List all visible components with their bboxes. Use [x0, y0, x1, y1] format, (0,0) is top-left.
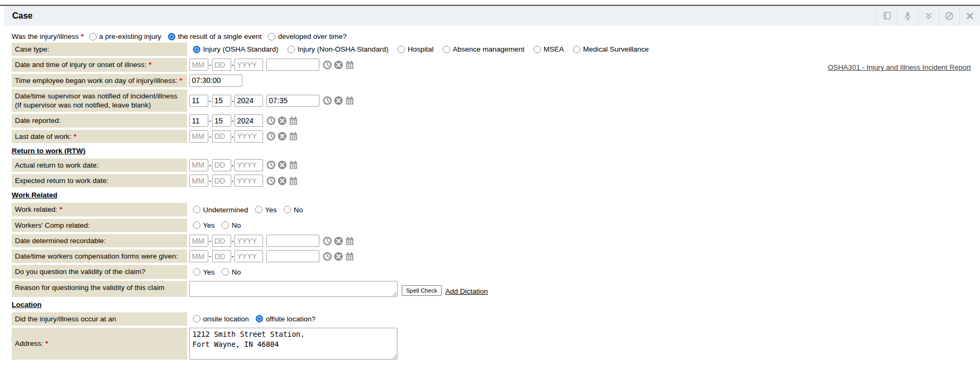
- add-dictation-link[interactable]: Add Dictation: [445, 287, 488, 295]
- wc-forms-year-input[interactable]: [234, 250, 263, 262]
- time-began-work-input[interactable]: [189, 74, 242, 87]
- time-picker-icon[interactable]: [323, 252, 332, 261]
- time-picker-icon[interactable]: [323, 236, 332, 246]
- time-picker-icon[interactable]: [323, 60, 332, 70]
- radio-icon-checked: [193, 46, 200, 53]
- radio-single-event[interactable]: the result of a single event: [168, 32, 262, 40]
- actual-rtw-month-input[interactable]: [189, 159, 208, 171]
- radio-injury-osha-standard[interactable]: Injury (OSHA Standard): [193, 45, 278, 53]
- clear-date-icon[interactable]: [277, 176, 287, 186]
- date-separator: -: [232, 132, 234, 140]
- injury-date-month-input[interactable]: [189, 59, 208, 71]
- clear-date-icon[interactable]: [277, 116, 287, 126]
- radio-icon: [255, 206, 263, 213]
- last-date-day-input[interactable]: [212, 130, 231, 143]
- actual-rtw-year-input[interactable]: [234, 159, 263, 171]
- close-panel-button[interactable]: [959, 6, 980, 26]
- recordable-year-input[interactable]: [234, 235, 263, 247]
- injury-date-day-input[interactable]: [212, 59, 231, 71]
- calendar-picker-icon[interactable]: [289, 116, 298, 126]
- date-separator: -: [209, 161, 212, 169]
- calendar-picker-icon[interactable]: [289, 131, 298, 141]
- recordable-day-input[interactable]: [212, 235, 231, 247]
- injury-time-input[interactable]: [266, 59, 319, 71]
- calendar-picker-icon[interactable]: [289, 176, 298, 186]
- wc-forms-month-input[interactable]: [189, 250, 208, 262]
- page-title: Case: [12, 11, 32, 21]
- time-picker-icon[interactable]: [323, 96, 332, 105]
- expected-rtw-month-input[interactable]: [189, 175, 208, 187]
- radio-work-related-yes[interactable]: Yes: [255, 206, 277, 214]
- collapse-panel-button[interactable]: [918, 6, 939, 26]
- time-picker-icon[interactable]: [266, 176, 276, 186]
- radio-work-related-undetermined[interactable]: Undetermined: [193, 206, 248, 214]
- radio-label: Medical Surveillance: [583, 45, 649, 53]
- clear-date-icon[interactable]: [334, 96, 343, 105]
- radio-work-related-no[interactable]: No: [284, 206, 303, 214]
- validity-reason-textarea[interactable]: [189, 281, 398, 297]
- row-injury-nature: Was the injury/illness * a pre-existing …: [12, 32, 980, 40]
- dictation-microphone-button[interactable]: [897, 6, 918, 26]
- radio-hospital[interactable]: Hospital: [398, 45, 434, 53]
- radio-absence-management[interactable]: Absence management: [443, 45, 525, 53]
- row-supervisor-notified: Date/time supervisor was notified of inc…: [12, 89, 980, 112]
- expected-rtw-year-input[interactable]: [234, 175, 263, 187]
- wc-forms-time-input[interactable]: [266, 250, 319, 262]
- clear-date-icon[interactable]: [334, 252, 343, 261]
- radio-onsite-location[interactable]: onsite location: [193, 315, 249, 323]
- radio-msea[interactable]: MSEA: [534, 45, 564, 53]
- clear-date-icon[interactable]: [334, 236, 343, 246]
- radio-workers-comp-yes[interactable]: Yes: [193, 221, 215, 229]
- calendar-picker-icon[interactable]: [289, 160, 298, 170]
- supervisor-date-month-input[interactable]: [189, 95, 208, 107]
- calendar-picker-icon[interactable]: [345, 60, 354, 70]
- supervisor-date-year-input[interactable]: [234, 95, 263, 107]
- clear-date-icon[interactable]: [277, 160, 287, 170]
- radio-validity-yes[interactable]: Yes: [193, 268, 215, 276]
- clear-date-icon[interactable]: [277, 131, 287, 141]
- injury-date-year-input[interactable]: [234, 59, 263, 71]
- date-reported-year-input[interactable]: [234, 114, 263, 127]
- last-date-month-input[interactable]: [189, 130, 208, 143]
- address-textarea[interactable]: 1212 Smith Street Station. Fort Wayne, I…: [189, 328, 398, 360]
- supervisor-date-day-input[interactable]: [212, 95, 231, 107]
- time-picker-icon[interactable]: [266, 160, 276, 170]
- calendar-picker-icon[interactable]: [345, 236, 354, 246]
- recordable-month-input[interactable]: [189, 235, 208, 247]
- row-wc-forms-given: Date/time workers compensation forms wer…: [12, 250, 980, 263]
- clear-date-icon[interactable]: [334, 60, 343, 70]
- injury-datetime-label: Date and time of injury or onset of illn…: [12, 58, 187, 71]
- calendar-picker-icon[interactable]: [345, 96, 354, 105]
- radio-validity-no[interactable]: No: [222, 268, 241, 276]
- radio-label: onsite location: [203, 315, 249, 323]
- radio-offsite-location[interactable]: offsite location?: [256, 315, 316, 323]
- date-reported-month-input[interactable]: [189, 114, 208, 127]
- disable-panel-button[interactable]: [939, 6, 959, 26]
- last-date-year-input[interactable]: [234, 130, 263, 143]
- radio-icon: [193, 206, 200, 213]
- spell-check-button[interactable]: Spell Check: [402, 285, 442, 296]
- time-picker-icon[interactable]: [266, 116, 276, 126]
- radio-injury-non-osha-standard[interactable]: Injury (Non-OSHA Standard): [288, 45, 388, 53]
- radio-label: Injury (Non-OSHA Standard): [298, 45, 388, 53]
- row-last-date-of-work: Last date of work:* - -: [12, 130, 980, 143]
- radio-developed-over-time[interactable]: developed over time?: [268, 32, 347, 40]
- row-expected-rtw: Expected return to work date: - -: [12, 174, 980, 187]
- actual-rtw-day-input[interactable]: [212, 159, 231, 171]
- notes-book-button[interactable]: [876, 6, 897, 26]
- wc-forms-day-input[interactable]: [212, 250, 231, 262]
- expected-rtw-day-input[interactable]: [212, 175, 231, 187]
- supervisor-time-input[interactable]: [266, 95, 319, 107]
- date-reported-day-input[interactable]: [212, 114, 231, 127]
- radio-medical-surveillance[interactable]: Medical Surveillance: [573, 45, 649, 53]
- time-picker-icon[interactable]: [266, 131, 276, 141]
- radio-icon: [222, 221, 229, 229]
- row-date-recordable: Date determined recordable: - -: [12, 234, 980, 247]
- section-work-related: Work Related: [12, 191, 980, 199]
- radio-pre-existing-injury[interactable]: a pre-existing injury: [89, 32, 162, 40]
- case-form: Was the injury/illness * a pre-existing …: [0, 26, 980, 360]
- date-reported-label: Date reported:: [12, 114, 187, 127]
- calendar-picker-icon[interactable]: [345, 252, 354, 261]
- radio-workers-comp-no[interactable]: No: [222, 221, 241, 229]
- recordable-time-input[interactable]: [266, 235, 319, 247]
